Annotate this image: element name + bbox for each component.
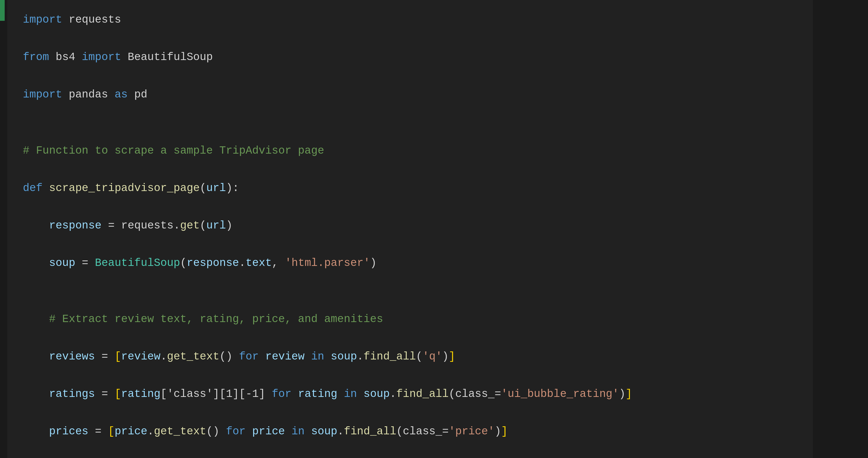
plain-paren9: (class_= <box>448 388 501 400</box>
plain-indent4 <box>23 388 49 400</box>
fn-findall2: find_all <box>396 388 449 400</box>
var-response: response <box>49 219 102 232</box>
bracket-close1: ] <box>449 350 455 363</box>
code-line-soup: soup = BeautifulSoup(response.text, 'htm… <box>23 254 797 272</box>
plain-sp9 <box>305 425 311 438</box>
plain-paren10: ) <box>619 388 625 400</box>
plain-eq3: = <box>95 350 115 363</box>
plain-text: requests <box>62 13 121 26</box>
plain-eq: = <box>101 219 121 232</box>
code-line-blank7 <box>23 235 797 254</box>
string-price: 'price' <box>448 425 494 438</box>
plain-sp3 <box>324 350 331 363</box>
plain-dot4: . <box>390 388 396 400</box>
var-ratings: ratings <box>49 388 95 400</box>
code-line-blank4 <box>23 123 797 142</box>
bracket-open2: [ <box>115 388 121 400</box>
code-line-blank9 <box>23 291 797 310</box>
plain-paren5: ( <box>180 257 187 269</box>
left-sidebar <box>0 0 5 458</box>
plain-sp8 <box>285 425 291 438</box>
var-rating: rating <box>121 388 160 400</box>
kw-in2: in <box>344 388 357 400</box>
plain-sp1 <box>258 350 265 363</box>
keyword-def: def <box>23 182 42 194</box>
green-accent-bar <box>0 0 5 21</box>
plain-dot: . <box>239 257 246 269</box>
plain-eq2: = <box>75 257 95 269</box>
code-line-blank13 <box>23 441 797 458</box>
code-line-blank10 <box>23 329 797 347</box>
param-url: url <box>206 182 226 194</box>
var-review2: review <box>265 350 305 363</box>
plain-parens1: () <box>219 350 239 363</box>
var-rating2: rating <box>298 388 337 400</box>
var-review: review <box>121 350 160 363</box>
string-parser: 'html.parser' <box>285 257 370 269</box>
code-line-blank <box>23 29 797 48</box>
plain-dot2: . <box>160 350 167 363</box>
code-line-comment2: # Extract review text, rating, price, an… <box>23 310 797 329</box>
plain-sp2 <box>305 350 311 363</box>
plain-text: pd <box>128 88 147 101</box>
fn-gettext2: get_text <box>154 425 206 438</box>
var-url: url <box>206 219 226 232</box>
fn-findall1: find_all <box>364 350 416 363</box>
plain-indent5 <box>23 425 49 438</box>
keyword-import2: import <box>82 51 121 63</box>
code-line-blank5 <box>23 160 797 179</box>
code-line-blank6 <box>23 197 797 216</box>
plain-parens2: () <box>206 425 226 438</box>
var-soup2: soup <box>331 350 357 363</box>
kw-for1: for <box>239 350 259 363</box>
code-line-def: def scrape_tripadvisor_page(url): <box>23 179 797 197</box>
var-reviews: reviews <box>49 350 95 363</box>
plain-text <box>42 182 49 194</box>
plain-paren6: ) <box>370 257 377 269</box>
var-prices: prices <box>49 425 88 438</box>
var-response: response <box>187 257 239 269</box>
code-line-reviews: reviews = [review.get_text() for review … <box>23 347 797 366</box>
plain-requests: requests. <box>121 219 180 232</box>
code-line-3: from bs4 import BeautifulSoup <box>23 48 797 66</box>
plain-text: bs4 <box>49 51 82 63</box>
plain-paren3: ( <box>200 219 206 232</box>
plain-dot5: . <box>147 425 154 438</box>
plain-eq4: = <box>95 388 115 400</box>
bracket-open3: [ <box>108 425 115 438</box>
code-line-5: import pandas as pd <box>23 85 797 104</box>
kw-for3: for <box>226 425 246 438</box>
code-line-comment1: # Function to scrape a sample TripAdviso… <box>23 142 797 160</box>
fn-get: get <box>180 219 200 232</box>
kw-in3: in <box>291 425 305 438</box>
plain-paren: ( <box>200 182 206 194</box>
bracket-close2: ] <box>625 388 632 400</box>
keyword-as: as <box>115 88 128 101</box>
bracket-open1: [ <box>115 350 121 363</box>
kw-in1: in <box>311 350 324 363</box>
plain-paren12: ) <box>495 425 501 438</box>
plain-comma: , <box>272 257 285 269</box>
fn-findall3: find_all <box>344 425 396 438</box>
code-line-blank11 <box>23 366 797 385</box>
comment-extract: # Extract review text, rating, price, an… <box>23 313 383 326</box>
string-bubble: 'ui_bubble_rating' <box>501 388 619 400</box>
keyword-from: from <box>23 51 49 63</box>
var-price: price <box>115 425 147 438</box>
plain-paren2: ): <box>226 182 239 194</box>
code-block: import requests from bs4 import Beautifu… <box>23 10 797 458</box>
code-line-ratings: ratings = [rating['class'][1][-1] for ra… <box>23 385 797 403</box>
bracket-close3: ] <box>501 425 507 438</box>
var-text: text <box>246 257 272 269</box>
plain-sp6 <box>357 388 364 400</box>
plain-text: BeautifulSoup <box>121 51 213 63</box>
plain-indent3 <box>23 350 49 363</box>
code-line-blank3 <box>23 104 797 123</box>
plain-sp5 <box>337 388 344 400</box>
code-line-blank8 <box>23 272 797 291</box>
code-line-blank2 <box>23 66 797 85</box>
var-soup4: soup <box>311 425 337 438</box>
code-line-response: response = requests.get(url) <box>23 216 797 235</box>
comment-function: # Function to scrape a sample TripAdviso… <box>23 145 324 157</box>
kw-for2: for <box>272 388 291 400</box>
